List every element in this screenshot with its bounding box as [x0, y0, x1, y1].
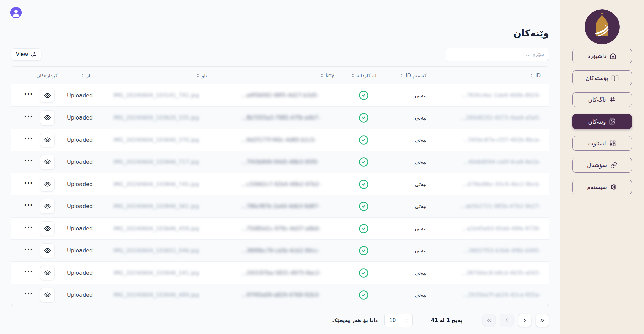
cell-custom-id: نیەتی [384, 262, 435, 284]
row-menu-button[interactable]: ··· [24, 224, 33, 234]
eye-icon [44, 136, 51, 143]
row-menu-button[interactable]: ··· [24, 246, 33, 256]
sidebar: داشبۆردپۆستەکانتاگەکانوێنەکانلەیئاوتسۆشی… [560, 0, 644, 334]
per-page-select[interactable]: 10 [384, 314, 413, 327]
main-content: وێنەکان View IDکەستم IDلە کاردایەkeyناوب… [0, 0, 560, 334]
last-page-button[interactable] [536, 314, 549, 327]
column-header-name[interactable]: ناو [108, 67, 238, 84]
image-key-value: ...a4f56092-98f5-4d27-b3d5- [241, 92, 319, 98]
preview-image-button[interactable] [40, 133, 55, 147]
preview-image-button[interactable] [40, 199, 55, 214]
custom-id-value: نیەتی [415, 270, 427, 276]
app-logo [585, 9, 620, 44]
custom-id-value: نیەتی [415, 292, 427, 298]
row-menu-button[interactable]: ··· [24, 90, 33, 100]
custom-id-value: نیەتی [415, 247, 427, 254]
column-header-custom[interactable]: کەستم ID [384, 67, 435, 84]
status-value: Uploaded [67, 270, 93, 276]
image-id-value: ...2935ba7f-ab24-42ca-955a- [463, 292, 541, 298]
sort-icon [351, 73, 355, 78]
row-menu-button[interactable]: ··· [24, 179, 33, 189]
sidebar-item-dashboard[interactable]: داشبۆرد [572, 49, 632, 63]
column-header-actions: کردارەکان [13, 67, 66, 84]
sidebar-item-images[interactable]: وێنەکان [572, 114, 632, 129]
chevrons-right-icon [539, 317, 545, 323]
column-label: ID [535, 73, 541, 79]
preview-image-button[interactable] [40, 177, 55, 192]
column-label: لە کاردایە [357, 73, 376, 79]
cell-active [342, 284, 384, 306]
images-table: IDکەستم IDلە کاردایەkeyناوبارکردارەکان .… [11, 66, 549, 306]
check-circle-icon [359, 268, 369, 278]
image-name-value: IMG_20240604_103620_335.jpg [113, 115, 199, 121]
next-page-button[interactable] [518, 314, 531, 327]
sidebar-item-layout[interactable]: لەیئاوت [572, 136, 632, 151]
cell-custom-id: نیەتی [384, 218, 435, 239]
cell-name: IMG_20240604_103846_361.jpg [108, 195, 238, 217]
preview-image-button[interactable] [40, 266, 55, 280]
cell-actions: ··· [13, 173, 66, 195]
preview-image-button[interactable] [40, 221, 55, 236]
logo-mosque-icon [585, 9, 620, 44]
custom-id-value: نیەتی [415, 203, 427, 209]
column-label: کەستم ID [406, 73, 427, 79]
preview-image-button[interactable] [40, 288, 55, 302]
sidebar-item-label: وێنەکان [588, 118, 606, 125]
cell-id: ...595bc87e-cf37-402b-8bce- [435, 129, 549, 151]
sidebar-nav: داشبۆردپۆستەکانتاگەکانوێنەکانلەیئاوتسۆشی… [560, 49, 644, 194]
sidebar-item-tags[interactable]: تاگەکان [572, 92, 632, 107]
cell-actions: ··· [13, 151, 66, 173]
image-key-value: ...7f43b849-94d5-48b3-95f0- [241, 159, 319, 165]
search-input[interactable] [446, 48, 549, 61]
cell-status: Uploaded [66, 173, 108, 195]
sidebar-item-posts[interactable]: پۆستەکان [572, 70, 632, 85]
sidebar-item-label: پۆستەکان [586, 75, 608, 81]
cell-name: IMG_20240604_103646_489.jpg [108, 284, 238, 306]
row-menu-button[interactable]: ··· [24, 290, 33, 300]
cell-key: ...3899bc79-ca5b-4cb2-90cc- [238, 240, 342, 261]
cell-key: ...9d2f177f-f40c-4d85-b1c5- [238, 129, 342, 151]
column-header-id[interactable]: ID [435, 67, 549, 84]
image-key-value: ...c33662c7-92b4-49b2-97b2- [241, 181, 321, 187]
row-menu-button[interactable]: ··· [24, 113, 33, 123]
row-menu-button[interactable]: ··· [24, 135, 33, 145]
cell-id: ...2935ba7f-ab24-42ca-955a- [435, 284, 549, 306]
check-circle-icon [359, 90, 369, 100]
preview-image-button[interactable] [40, 243, 55, 258]
column-header-active[interactable]: لە کاردایە [342, 67, 384, 84]
row-menu-button[interactable]: ··· [24, 268, 33, 278]
row-menu-button[interactable]: ··· [24, 201, 33, 211]
table-row: ...40db8094-ce0f-4ce8-8e1b-نیەتی...7f43b… [11, 151, 549, 173]
sidebar-item-system[interactable]: سیستەم [572, 180, 632, 194]
sidebar-item-social[interactable]: سۆشیاڵ [572, 158, 632, 173]
cell-status: Uploaded [66, 151, 108, 173]
preview-image-button[interactable] [40, 155, 55, 170]
cell-custom-id: نیەتی [384, 84, 435, 106]
image-name-value: IMG_20240604_103846_361.jpg [113, 203, 199, 209]
preview-image-button[interactable] [40, 88, 55, 103]
eye-icon [44, 291, 51, 298]
eye-icon [44, 92, 51, 99]
custom-id-value: نیەتی [415, 137, 427, 143]
cell-id: ...d79bd8bc-93c9-4bc2-9bcb- [435, 173, 549, 195]
status-value: Uploaded [67, 137, 93, 143]
cell-active [342, 151, 384, 173]
cell-key: ...293197ba-5831-4975-8ac2- [238, 262, 342, 284]
view-options-button[interactable]: View [11, 48, 41, 61]
check-circle-icon [359, 179, 369, 189]
cell-active [342, 195, 384, 217]
column-header-status[interactable]: بار [66, 67, 108, 84]
view-button-label: View [16, 51, 28, 57]
column-header-key[interactable]: key [238, 67, 342, 84]
check-circle-icon [359, 201, 369, 211]
sort-icon [399, 73, 404, 78]
image-name-value: IMG_20240604_103846_745.jpg [113, 181, 199, 187]
cell-actions: ··· [13, 107, 66, 129]
user-avatar[interactable] [10, 7, 22, 18]
preview-image-button[interactable] [40, 110, 55, 125]
first-page-button [482, 314, 496, 327]
check-circle-icon [359, 157, 369, 167]
image-key-value: ...97f45a09-a829-4769-92b3- [241, 292, 320, 298]
row-menu-button[interactable]: ··· [24, 157, 33, 167]
cell-name: IMG_20240604_103141_791.jpg [108, 84, 238, 106]
